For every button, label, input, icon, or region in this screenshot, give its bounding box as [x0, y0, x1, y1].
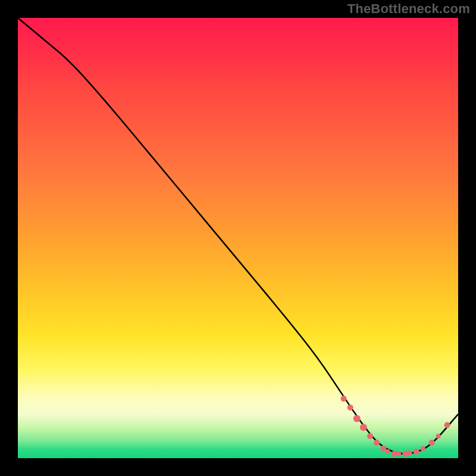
chart-frame: TheBottleneck.com	[0, 0, 476, 476]
marker-layer	[341, 396, 450, 457]
data-marker	[380, 446, 386, 452]
bottleneck-curve	[18, 18, 458, 454]
data-marker	[347, 405, 353, 411]
data-marker	[353, 415, 361, 422]
data-marker	[374, 440, 380, 446]
curve-svg	[18, 18, 458, 458]
data-marker	[408, 450, 412, 455]
watermark-text: TheBottleneck.com	[347, 1, 470, 17]
plot-area	[18, 18, 458, 458]
curve-layer	[18, 18, 458, 454]
data-marker	[386, 449, 390, 454]
data-marker	[367, 433, 373, 439]
data-marker	[429, 440, 435, 446]
data-marker	[444, 422, 450, 428]
data-marker	[414, 449, 419, 455]
data-marker	[360, 424, 367, 431]
data-marker	[421, 446, 425, 451]
data-marker	[402, 451, 408, 457]
data-marker	[341, 396, 347, 402]
data-marker	[396, 452, 401, 456]
data-marker	[436, 434, 441, 439]
